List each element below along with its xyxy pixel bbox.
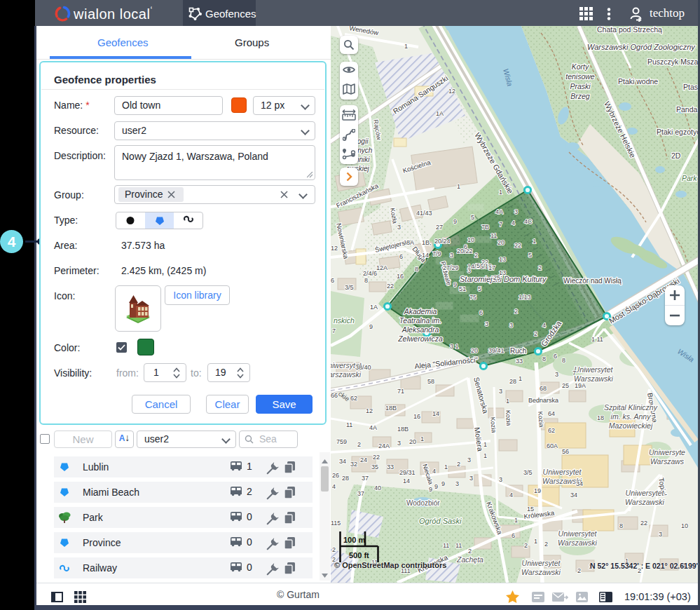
svg-text:24: 24	[360, 456, 367, 463]
svg-text:4: 4	[509, 492, 513, 499]
svg-text:Park: Park	[682, 174, 697, 182]
svg-text:Kozia: Kozia	[505, 410, 512, 426]
svg-text:9: 9	[429, 486, 432, 493]
svg-text:Chata pod Strzechą: Chata pod Strzechą	[597, 26, 662, 34]
svg-text:0: 0	[247, 536, 252, 548]
svg-text:1A: 1A	[370, 304, 378, 311]
svg-text:1: 1	[404, 43, 408, 50]
svg-text:6: 6	[464, 243, 467, 250]
svg-text:2: 2	[577, 567, 581, 574]
svg-text:3: 3	[499, 476, 502, 483]
svg-text:5: 5	[471, 214, 474, 221]
svg-text:Uniwersytet: Uniwersytet	[543, 468, 582, 476]
svg-text:Warszawski: Warszawski	[558, 538, 597, 547]
svg-text:6: 6	[512, 532, 515, 539]
svg-text:Brzeg: Brzeg	[570, 92, 590, 100]
svg-text:4: 4	[432, 468, 436, 475]
svg-text:4: 4	[512, 219, 515, 226]
svg-text:Kozia: Kozia	[537, 411, 545, 427]
svg-text:3: 3	[455, 480, 459, 487]
svg-text:20/24: 20/24	[434, 238, 451, 245]
svg-text:1/13: 1/13	[519, 294, 531, 301]
svg-text:24A: 24A	[378, 442, 390, 449]
svg-text:5: 5	[478, 285, 481, 292]
svg-text:3: 3	[450, 252, 453, 259]
svg-text:Wodozbiór: Wodozbiór	[406, 499, 440, 507]
svg-text:Ptasz: Ptasz	[683, 83, 698, 91]
svg-text:2: 2	[474, 252, 478, 259]
svg-text:28: 28	[342, 475, 349, 482]
svg-text:Akademia: Akademia	[404, 307, 437, 316]
svg-text:1: 1	[506, 398, 509, 405]
svg-text:33: 33	[387, 463, 394, 470]
svg-text:8: 8	[562, 357, 565, 364]
svg-text:13: 13	[499, 269, 506, 276]
svg-text:Kozia: Kozia	[489, 416, 497, 433]
svg-text:2: 2	[468, 548, 472, 555]
svg-text:Ptaki egzotyczn: Ptaki egzotyczn	[657, 128, 698, 136]
svg-text:1A: 1A	[436, 110, 444, 117]
svg-text:Ogród Saski: Ogród Saski	[419, 517, 462, 525]
svg-text:8: 8	[619, 522, 623, 529]
svg-text:6: 6	[399, 253, 403, 260]
svg-text:Bednarska: Bednarska	[528, 397, 558, 404]
svg-text:6: 6	[331, 277, 334, 284]
svg-text:3: 3	[469, 475, 473, 482]
svg-text:115: 115	[331, 520, 341, 527]
svg-text:34: 34	[570, 492, 577, 499]
svg-text:Praski: Praski	[570, 82, 591, 90]
svg-text:68: 68	[540, 385, 547, 392]
svg-text:32: 32	[350, 461, 357, 468]
svg-text:19A: 19A	[575, 382, 586, 389]
svg-text:7: 7	[499, 221, 502, 228]
svg-text:37: 37	[357, 490, 364, 497]
svg-text:3: 3	[467, 456, 471, 463]
svg-text:62: 62	[548, 427, 555, 434]
svg-text:41/43: 41/43	[416, 210, 432, 217]
svg-text:3: 3	[499, 388, 502, 395]
svg-text:2/4/6: 2/4/6	[363, 270, 377, 277]
svg-text:Warszawski: Warszawski	[521, 568, 561, 576]
svg-text:4C: 4C	[524, 218, 533, 225]
svg-text:11: 11	[346, 421, 352, 428]
svg-text:1: 1	[519, 375, 522, 382]
svg-text:7B: 7B	[481, 224, 489, 231]
svg-text:Aleksandra: Aleksandra	[402, 325, 439, 334]
svg-text:2: 2	[457, 461, 460, 468]
svg-text:6: 6	[479, 309, 483, 316]
svg-text:12: 12	[366, 407, 373, 414]
svg-text:1 11: 1 11	[591, 336, 603, 343]
svg-text:7: 7	[332, 327, 336, 334]
svg-text:14: 14	[432, 410, 439, 417]
svg-text:22: 22	[387, 283, 394, 290]
svg-text:18B: 18B	[397, 426, 409, 433]
svg-text:22: 22	[514, 242, 521, 249]
svg-text:20: 20	[471, 347, 478, 354]
svg-text:18B: 18B	[385, 405, 397, 412]
svg-text:100 m: 100 m	[343, 536, 365, 544]
svg-text:51: 51	[459, 285, 466, 292]
svg-text:18: 18	[597, 414, 604, 421]
svg-text:11: 11	[443, 542, 449, 549]
svg-text:im. ks. Anny: im. ks. Anny	[611, 412, 652, 421]
svg-text:8A: 8A	[406, 239, 414, 246]
svg-text:12: 12	[331, 245, 338, 252]
svg-text:34: 34	[576, 480, 583, 487]
svg-text:Teatralna im.: Teatralna im.	[399, 316, 441, 325]
svg-text:Zachęta: Zachęta	[456, 555, 483, 564]
svg-text:64: 64	[548, 410, 555, 417]
svg-text:2: 2	[247, 486, 252, 497]
svg-text:tenisowe: tenisowe	[565, 72, 595, 81]
svg-text:1: 1	[457, 183, 460, 190]
svg-text:9: 9	[369, 323, 373, 330]
svg-text:34: 34	[339, 458, 346, 465]
svg-text:6: 6	[554, 353, 557, 360]
svg-text:3: 3	[485, 320, 488, 327]
svg-text:1: 1	[499, 189, 502, 196]
svg-text:2: 2	[544, 541, 548, 548]
svg-text:13: 13	[499, 256, 506, 263]
svg-text:62: 62	[350, 395, 357, 402]
svg-text:2: 2	[357, 441, 361, 448]
svg-text:Ruch: Ruch	[510, 347, 526, 355]
svg-text:Puszczyk Mszamy: Puszczyk Mszamy	[647, 57, 698, 66]
